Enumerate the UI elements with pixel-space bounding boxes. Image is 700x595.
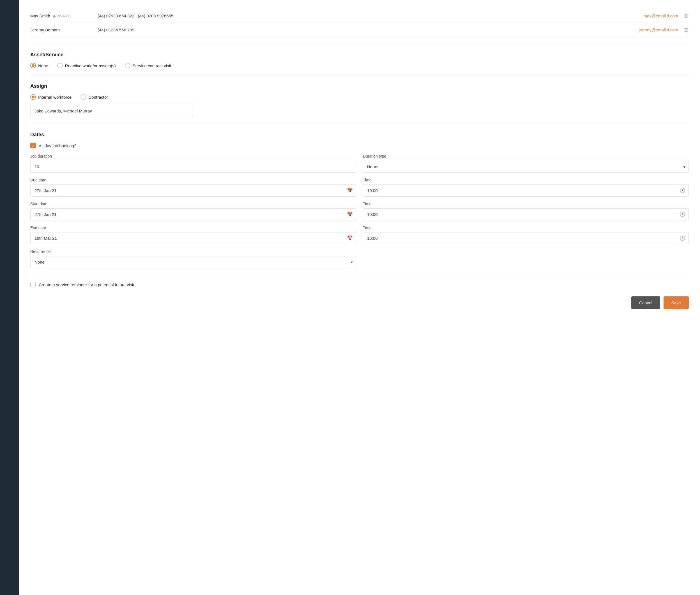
main-content: Max Smith (PRIMARY) (44) 07939 654 322 ,… bbox=[19, 0, 700, 595]
assign-internal-radio[interactable] bbox=[30, 94, 36, 100]
divider-contacts bbox=[30, 44, 689, 44]
recurrence-field-wrap: None Daily Weekly Monthly ▾ bbox=[30, 256, 356, 268]
job-duration-col: Job duration bbox=[30, 154, 356, 173]
asset-service-contract-label: Service contract visit bbox=[133, 63, 171, 68]
end-time-label: Time bbox=[363, 225, 689, 230]
recurrence-label: Recurrence bbox=[30, 249, 356, 254]
end-time-input[interactable] bbox=[363, 232, 689, 244]
asset-none-label: None bbox=[38, 63, 48, 68]
duration-type-select[interactable]: Hours Days Weeks bbox=[363, 161, 689, 173]
duration-type-field: Hours Days Weeks ▾ bbox=[363, 161, 689, 173]
contact-row-1: Max Smith (PRIMARY) (44) 07939 654 322 ,… bbox=[30, 9, 689, 23]
start-date-label: Start date bbox=[30, 202, 356, 206]
contact-row-2: Jeremy Botham (44) 01234 556 789 jeremy@… bbox=[30, 23, 689, 37]
due-date-input[interactable] bbox=[30, 185, 356, 197]
asset-service-contract-option[interactable]: Service contract visit bbox=[125, 63, 171, 68]
cancel-button[interactable]: Cancel bbox=[631, 296, 660, 309]
assign-contractor-option[interactable]: Contractor bbox=[81, 94, 108, 100]
job-duration-label: Job duration bbox=[30, 154, 356, 159]
assign-contractor-label: Contractor bbox=[88, 95, 108, 100]
start-date-input[interactable] bbox=[30, 208, 356, 220]
recurrence-col: Recurrence None Daily Weekly Monthly ▾ bbox=[30, 249, 356, 268]
duration-row: Job duration Duration type Hours Days We… bbox=[30, 154, 689, 173]
asset-reactive-label: Reactive work for assets(s) bbox=[65, 63, 116, 68]
asset-service-title: Asset/Service bbox=[30, 52, 689, 58]
sidebar bbox=[0, 0, 19, 595]
asset-reactive-option[interactable]: Reactive work for assets(s) bbox=[57, 63, 116, 68]
assign-workforce-field bbox=[30, 105, 193, 117]
asset-service-radio-group: None Reactive work for assets(s) Service… bbox=[30, 63, 689, 68]
start-time-label: Time bbox=[363, 202, 689, 206]
checkmark-icon: ✓ bbox=[32, 144, 35, 147]
asset-reactive-radio[interactable] bbox=[57, 63, 63, 68]
all-day-checkbox-row: ✓ All day job booking? bbox=[30, 143, 689, 148]
dates-title: Dates bbox=[30, 132, 689, 138]
contact-name-1: Max Smith (PRIMARY) bbox=[30, 13, 97, 18]
end-date-row: End date 📅 Time 🕐 bbox=[30, 225, 689, 244]
start-time-col: Time 🕐 bbox=[363, 202, 689, 220]
divider-asset bbox=[30, 75, 689, 76]
action-buttons: Cancel Save bbox=[30, 296, 689, 309]
contact-phone-2: (44) 01234 556 789 bbox=[97, 27, 639, 32]
due-time-field: 🕐 bbox=[363, 185, 689, 197]
contact-phone-1: (44) 07939 654 322 , (44) 0208 9976655 bbox=[97, 13, 643, 18]
service-reminder-checkbox[interactable] bbox=[30, 282, 36, 287]
end-date-col: End date 📅 bbox=[30, 225, 356, 244]
assign-contractor-radio[interactable] bbox=[81, 94, 86, 100]
assign-radio-group: Internal workforce Contractor bbox=[30, 94, 689, 100]
due-time-col: Time 🕐 bbox=[363, 178, 689, 197]
asset-service-contract-radio[interactable] bbox=[125, 63, 131, 68]
due-date-col: Due date 📅 bbox=[30, 178, 356, 197]
delete-contact-1-icon[interactable]: 🗑 bbox=[684, 13, 689, 19]
start-date-row: Start date 📅 Time 🕐 bbox=[30, 202, 689, 220]
start-date-field: 📅 bbox=[30, 208, 356, 220]
assign-internal-option[interactable]: Internal workforce bbox=[30, 94, 72, 100]
due-date-label: Due date bbox=[30, 178, 356, 182]
end-date-field: 📅 bbox=[30, 232, 356, 244]
contact-email-1[interactable]: max@emailid.com bbox=[643, 13, 678, 18]
due-time-label: Time bbox=[363, 178, 689, 182]
start-date-col: Start date 📅 bbox=[30, 202, 356, 220]
asset-none-option[interactable]: None bbox=[30, 63, 48, 68]
end-date-input[interactable] bbox=[30, 232, 356, 244]
form-container: Max Smith (PRIMARY) (44) 07939 654 322 ,… bbox=[19, 0, 700, 595]
delete-contact-2-icon[interactable]: 🗑 bbox=[684, 27, 689, 33]
duration-type-col: Duration type Hours Days Weeks ▾ bbox=[363, 154, 689, 173]
end-date-label: End date bbox=[30, 225, 356, 230]
service-reminder-row: Create a service reminder for a potentia… bbox=[30, 282, 689, 287]
end-time-col: Time 🕐 bbox=[363, 225, 689, 244]
end-time-field: 🕐 bbox=[363, 232, 689, 244]
start-time-input[interactable] bbox=[363, 208, 689, 220]
start-time-field: 🕐 bbox=[363, 208, 689, 220]
due-time-input[interactable] bbox=[363, 185, 689, 197]
asset-none-radio[interactable] bbox=[30, 63, 36, 68]
assign-workforce-input[interactable] bbox=[30, 105, 193, 117]
save-button[interactable]: Save bbox=[664, 296, 689, 309]
due-date-row: Due date 📅 Time 🕐 bbox=[30, 178, 689, 197]
duration-type-label: Duration type bbox=[363, 154, 689, 159]
contact-name-2: Jeremy Botham bbox=[30, 27, 97, 32]
assign-internal-label: Internal workforce bbox=[38, 95, 72, 100]
all-day-label: All day job booking? bbox=[39, 143, 76, 148]
due-date-field: 📅 bbox=[30, 185, 356, 197]
service-reminder-label: Create a service reminder for a potentia… bbox=[39, 282, 134, 287]
contact-email-2[interactable]: jeremy@emailid.com bbox=[639, 27, 678, 32]
recurrence-select[interactable]: None Daily Weekly Monthly bbox=[30, 256, 356, 268]
job-duration-field bbox=[30, 161, 356, 173]
assign-title: Assign bbox=[30, 83, 689, 89]
all-day-checkbox[interactable]: ✓ bbox=[30, 143, 36, 148]
job-duration-input[interactable] bbox=[30, 161, 356, 173]
